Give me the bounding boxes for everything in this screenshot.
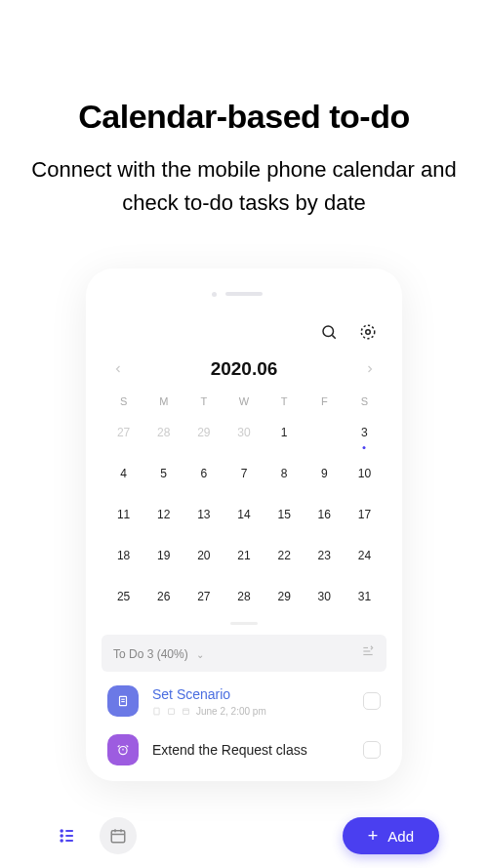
svg-point-3 [361,325,375,339]
todo-header-label: To Do 3 (40%) [113,647,188,661]
calendar-day[interactable]: 14 [224,503,264,526]
weekday-label: M [143,395,183,407]
search-icon[interactable] [318,321,340,343]
weekday-row: SMTWTFS [102,395,386,407]
chevron-down-icon: ⌄ [196,649,204,660]
weekday-label: T [183,395,224,407]
calendar-day[interactable]: 3 [345,421,385,444]
svg-point-2 [366,330,371,335]
weekday-label: W [224,395,264,407]
task-meta: June 2, 2:00 pm [152,706,349,717]
svg-rect-12 [183,709,189,715]
calendar-day[interactable]: 6 [183,462,224,485]
svg-point-0 [323,326,334,337]
calendar-day[interactable]: 28 [224,585,264,608]
calendar-day[interactable]: 27 [183,585,224,608]
calendar-day[interactable]: 29 [264,585,305,608]
add-button[interactable]: + Add [343,817,439,854]
todo-section-header[interactable]: To Do 3 (40%) ⌄ [102,635,386,672]
task-title: Extend the Request class [152,742,349,758]
calendar-day[interactable]: 27 [103,421,143,444]
calendar-day[interactable]: 12 [143,503,183,526]
calendar-day[interactable]: 17 [345,503,385,526]
calendar-day[interactable]: 24 [345,544,385,567]
calendar-day[interactable]: 7 [224,462,264,485]
weekday-label: F [305,395,345,407]
gear-icon[interactable] [357,321,379,343]
calendar-view-icon[interactable] [100,817,137,854]
calendar-day[interactable]: 25 [103,585,143,608]
calendar-day[interactable]: 28 [143,421,183,444]
prev-month-icon[interactable] [109,360,127,378]
calendar-day[interactable]: 30 [305,585,345,608]
calendar-day[interactable]: 29 [183,421,224,444]
calendar-day[interactable]: 9 [305,462,345,485]
calendar-day[interactable]: 10 [345,462,385,485]
calendar-day[interactable]: 2 [305,421,345,444]
svg-point-20 [61,835,62,837]
calendar-day[interactable]: 5 [143,462,183,485]
task-row[interactable]: Extend the Request class [102,721,386,769]
calendar-day[interactable]: 1 [264,421,305,444]
drag-handle[interactable] [230,622,258,625]
calendar-grid: 2728293012345678910111213141516171819202… [102,421,386,622]
page-subtitle: Connect with the mobile phone calendar a… [29,153,459,220]
calendar-day[interactable]: 30 [224,421,264,444]
calendar-day[interactable]: 8 [264,462,305,485]
calendar-day[interactable]: 13 [183,503,224,526]
task-list: Set ScenarioJune 2, 2:00 pmExtend the Re… [102,672,386,769]
task-checkbox[interactable] [363,741,381,759]
phone-mockup: 2020.06 SMTWTFS 272829301234567891011121… [86,269,402,781]
document-icon [107,685,139,717]
svg-point-22 [61,840,62,842]
weekday-label: S [345,395,385,407]
svg-rect-24 [111,831,125,843]
weekday-label: S [103,395,143,407]
task-checkbox[interactable] [363,692,381,710]
calendar-day[interactable]: 15 [264,503,305,526]
page-title: Calendar-based to-do [29,98,459,136]
plus-icon: + [368,827,379,845]
calendar-day[interactable]: 31 [345,585,385,608]
calendar-day[interactable]: 18 [103,544,143,567]
weekday-label: T [264,395,305,407]
task-title: Set Scenario [152,686,349,702]
calendar-day[interactable]: 16 [305,503,345,526]
list-view-icon[interactable] [49,817,86,854]
svg-rect-11 [169,709,175,715]
calendar-day[interactable]: 4 [103,462,143,485]
sort-icon[interactable] [361,644,375,662]
calendar-day[interactable]: 19 [143,544,183,567]
calendar-day[interactable]: 21 [224,544,264,567]
svg-line-17 [127,746,129,748]
svg-point-18 [61,830,62,832]
task-row[interactable]: Set ScenarioJune 2, 2:00 pm [102,672,386,721]
calendar-day[interactable]: 22 [264,544,305,567]
calendar-day[interactable]: 26 [143,585,183,608]
phone-notch [225,292,263,296]
svg-line-1 [332,336,335,339]
add-button-label: Add [387,828,414,845]
svg-rect-10 [154,708,159,715]
calendar-day[interactable]: 20 [183,544,224,567]
svg-point-14 [119,747,127,755]
next-month-icon[interactable] [361,360,379,378]
svg-line-16 [118,746,120,748]
alarm-icon [107,734,139,765]
month-label[interactable]: 2020.06 [211,358,278,380]
calendar-day[interactable]: 23 [305,544,345,567]
calendar-day[interactable]: 11 [103,503,143,526]
